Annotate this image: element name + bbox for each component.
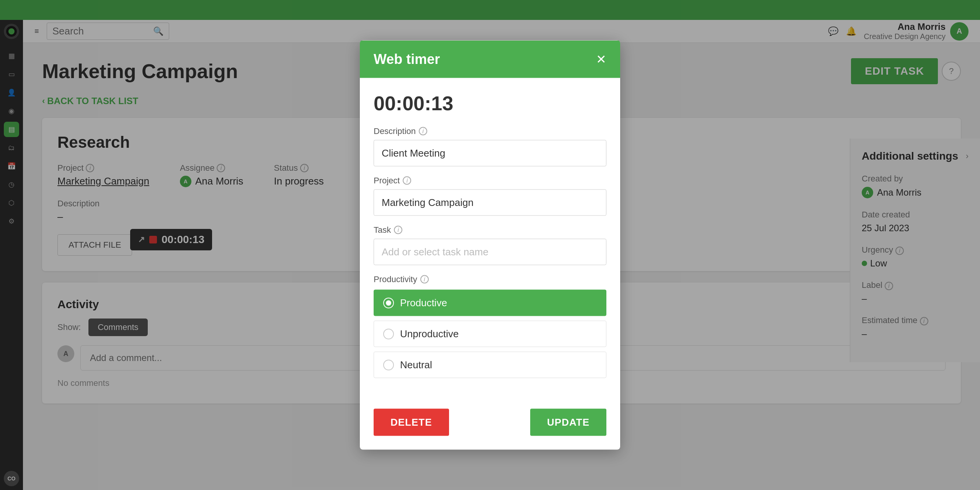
neutral-option[interactable]: Neutral (374, 352, 606, 378)
neutral-label: Neutral (400, 359, 432, 371)
web-timer-modal: Web timer ✕ 00:00:13 Description i Proje… (360, 41, 620, 450)
productive-label: Productive (400, 297, 447, 309)
productive-radio-inner (386, 300, 391, 305)
description-input[interactable] (374, 140, 606, 167)
modal-task-field: Task i (374, 225, 606, 265)
modal-project-field: Project i (374, 176, 606, 216)
update-button[interactable]: UPDATE (530, 409, 606, 436)
unproductive-option[interactable]: Unproductive (374, 321, 606, 347)
modal-productivity-label: Productivity i (374, 274, 606, 284)
modal-timer-display: 00:00:13 (374, 92, 606, 115)
modal-title: Web timer (374, 51, 440, 67)
unproductive-label: Unproductive (400, 328, 459, 340)
modal-description-field: Description i (374, 126, 606, 167)
task-input[interactable] (374, 239, 606, 265)
modal-header: Web timer ✕ (360, 41, 620, 78)
productive-option[interactable]: Productive (374, 290, 606, 316)
description-info-icon: i (419, 127, 427, 136)
modal-project-label: Project i (374, 176, 606, 186)
modal-close-button[interactable]: ✕ (596, 52, 606, 67)
delete-button[interactable]: DELETE (374, 409, 449, 436)
modal-body: 00:00:13 Description i Project i Task i (360, 78, 620, 401)
productive-radio-circle (383, 297, 394, 308)
modal-project-info-icon: i (403, 176, 411, 185)
modal-productivity-field: Productivity i Productive Unproductive N… (374, 274, 606, 378)
modal-footer: DELETE UPDATE (360, 401, 620, 450)
neutral-radio-circle (383, 359, 394, 370)
project-input[interactable] (374, 189, 606, 216)
modal-task-label: Task i (374, 225, 606, 235)
modal-task-info-icon: i (394, 226, 402, 234)
modal-description-label: Description i (374, 126, 606, 136)
modal-productivity-info-icon: i (420, 275, 429, 284)
unproductive-radio-circle (383, 328, 394, 339)
